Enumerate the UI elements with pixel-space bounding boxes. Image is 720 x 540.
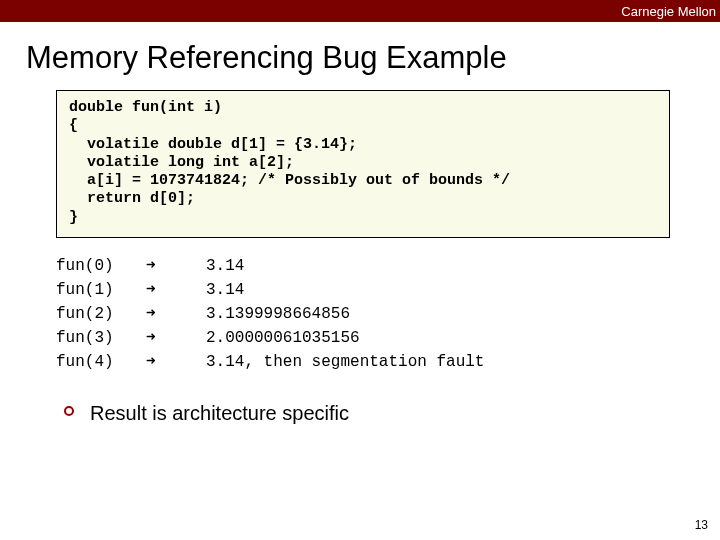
result-row: fun(0) ➜ 3.14: [56, 254, 670, 278]
slide: Carnegie Mellon Memory Referencing Bug E…: [0, 0, 720, 540]
result-row: fun(1) ➜ 3.14: [56, 278, 670, 302]
result-call: fun(1): [56, 278, 146, 302]
arrow-icon: ➜: [146, 254, 206, 278]
code-line: }: [69, 209, 78, 226]
code-block: double fun(int i) { volatile double d[1]…: [56, 90, 670, 238]
result-value: 3.14: [206, 254, 244, 278]
result-call: fun(4): [56, 350, 146, 374]
page-number: 13: [695, 518, 708, 532]
result-call: fun(0): [56, 254, 146, 278]
brand-text: Carnegie Mellon: [621, 4, 716, 19]
arrow-icon: ➜: [146, 326, 206, 350]
result-row: fun(4) ➜ 3.14, then segmentation fault: [56, 350, 670, 374]
result-row: fun(2) ➜ 3.1399998664856: [56, 302, 670, 326]
result-call: fun(2): [56, 302, 146, 326]
bullet-text: Result is architecture specific: [90, 402, 349, 424]
arrow-icon: ➜: [146, 278, 206, 302]
code-line: a[i] = 1073741824; /* Possibly out of bo…: [69, 172, 510, 189]
result-value: 2.00000061035156: [206, 326, 360, 350]
code-line: {: [69, 117, 78, 134]
slide-title: Memory Referencing Bug Example: [0, 22, 720, 90]
arrow-icon: ➜: [146, 350, 206, 374]
result-value: 3.14, then segmentation fault: [206, 350, 484, 374]
code-line: return d[0];: [69, 190, 195, 207]
results-block: fun(0) ➜ 3.14 fun(1) ➜ 3.14 fun(2) ➜ 3.1…: [56, 254, 670, 374]
arrow-icon: ➜: [146, 302, 206, 326]
code-line: double fun(int i): [69, 99, 222, 116]
result-call: fun(3): [56, 326, 146, 350]
code-line: volatile double d[1] = {3.14};: [69, 136, 357, 153]
bullet-icon: [64, 406, 74, 416]
result-row: fun(3) ➜ 2.00000061035156: [56, 326, 670, 350]
brand-bar: Carnegie Mellon: [0, 0, 720, 22]
result-value: 3.1399998664856: [206, 302, 350, 326]
slide-content: double fun(int i) { volatile double d[1]…: [0, 90, 720, 426]
code-line: volatile long int a[2];: [69, 154, 294, 171]
result-value: 3.14: [206, 278, 244, 302]
bullet-item: Result is architecture specific: [56, 400, 670, 426]
